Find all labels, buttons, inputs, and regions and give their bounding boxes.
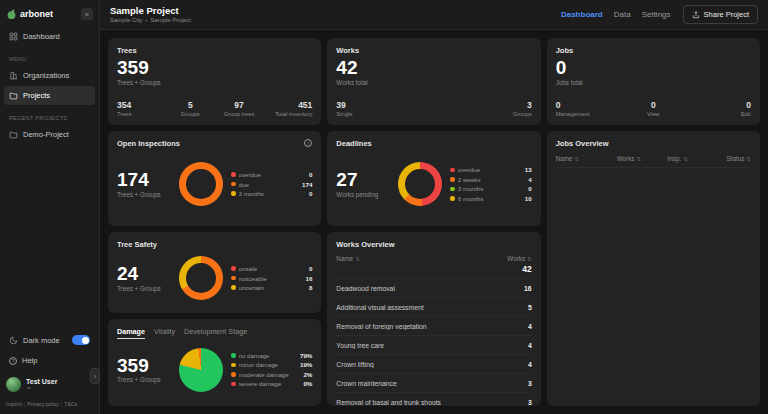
trees-caption: Trees + Groups xyxy=(117,79,312,86)
dashboard-grid-icon xyxy=(9,32,18,41)
logo-row: arbonet « xyxy=(0,0,99,26)
jobs-overview-name-header[interactable]: Name ⇅ xyxy=(556,155,605,162)
menu-section-label: MENU xyxy=(0,47,99,65)
sort-icon: ⇅ xyxy=(683,156,688,162)
tree-safety-legend: unsafe 0 noticeable 16 uncertain xyxy=(231,265,312,291)
privacy-policy-link[interactable]: Privacy policy xyxy=(27,401,59,407)
tree-safety-donut-chart xyxy=(179,256,223,300)
sidebar-item-label: Projects xyxy=(23,91,50,100)
deadlines-donut-chart xyxy=(398,162,442,206)
legend-dot xyxy=(231,191,236,196)
sidebar-item-projects[interactable]: Projects xyxy=(4,86,95,105)
main-wrap: Sample Project Sample City › Sample Proj… xyxy=(100,0,768,414)
works-overview-row[interactable]: Additional visual assessment 5 xyxy=(336,297,531,316)
legend-dot xyxy=(450,187,455,192)
sidebar-expand-handle[interactable]: › xyxy=(90,368,100,384)
legend-dot xyxy=(231,285,236,290)
moon-icon xyxy=(9,336,18,345)
trees-stats: 354 Trees 5 Groups 97 Group trees 451 xyxy=(117,95,312,117)
arbonet-logo-icon xyxy=(6,9,17,20)
tab-damage[interactable]: Damage xyxy=(117,327,145,339)
deadlines-card: Deadlines 27 Works pending overdue 13 xyxy=(327,131,540,226)
breadcrumb-city[interactable]: Sample City xyxy=(110,17,142,23)
sort-icon: ⇅ xyxy=(746,156,751,162)
help-label: Help xyxy=(22,356,37,365)
imprint-link[interactable]: Imprint xyxy=(6,401,22,407)
legend-dot xyxy=(231,372,236,377)
deadlines-total: 27 xyxy=(336,170,390,190)
legend-item: unsafe 0 xyxy=(231,265,312,272)
works-overview-card: Works Overview Name ⇅ Works ⇅ 42 xyxy=(327,232,540,406)
dark-mode-row: Dark mode xyxy=(4,330,95,350)
works-overview-row[interactable]: Removal of foreign vegetation 4 xyxy=(336,316,531,335)
terms-link[interactable]: T&Cs xyxy=(64,401,77,407)
works-overview-name-header[interactable]: Name ⇅ xyxy=(336,255,507,262)
open-inspections-donut-chart xyxy=(179,162,223,206)
tab-settings[interactable]: Settings xyxy=(642,10,671,19)
works-overview-row[interactable]: Young tree care 4 xyxy=(336,335,531,354)
jobs-overview-works-header[interactable]: Works ⇅ xyxy=(604,155,653,162)
works-overview-row[interactable]: Crown lifting 4 xyxy=(336,354,531,373)
legend-dot xyxy=(231,172,236,177)
tab-dashboard[interactable]: Dashboard xyxy=(561,10,603,19)
column-middle: Works 42 Works total 39 Single 3 Groups xyxy=(327,38,540,406)
share-project-label: Share Project xyxy=(704,10,749,19)
sidebar-item-help[interactable]: ? Help xyxy=(4,351,95,370)
trees-card: Trees 359 Trees + Groups 354 Trees 5 Gro… xyxy=(108,38,321,125)
breadcrumb-project: Sample Project xyxy=(150,17,191,23)
recent-projects-label: RECENT PROJECTS xyxy=(0,106,99,124)
legend-item: minor damage 19% xyxy=(231,361,312,368)
card-title: Open Inspections xyxy=(117,139,180,148)
sidebar: arbonet « Dashboard MENU Organizations xyxy=(0,0,100,414)
works-overview-works-header[interactable]: Works ⇅ xyxy=(507,255,531,262)
footer-separator: | xyxy=(61,401,62,407)
sidebar-collapse-button[interactable]: « xyxy=(81,8,93,20)
folder-icon xyxy=(9,91,18,100)
tab-data[interactable]: Data xyxy=(614,10,631,19)
jobs-overview-header-row: Name ⇅ Works ⇅ Insp. ⇅ Status xyxy=(556,155,751,168)
tab-vitality[interactable]: Vitality xyxy=(154,327,175,339)
works-overview-row[interactable]: Deadwood removal 16 xyxy=(336,278,531,297)
works-overview-row[interactable]: Crown maintenance 3 xyxy=(336,373,531,392)
sidebar-item-organizations[interactable]: Organizations xyxy=(4,66,95,85)
card-title: Tree Safety xyxy=(117,240,312,249)
legend-item: 2 weeks 4 xyxy=(450,176,531,183)
column-left: Trees 359 Trees + Groups 354 Trees 5 Gro… xyxy=(108,38,321,406)
info-icon[interactable]: i xyxy=(304,139,312,147)
stat-view: 0 View xyxy=(621,100,686,117)
share-project-button[interactable]: Share Project xyxy=(683,5,758,24)
works-overview-row[interactable]: Removal of basal and trunk shoots 3 xyxy=(336,392,531,406)
sidebar-item-demo-project[interactable]: Demo-Project xyxy=(4,125,95,144)
user-menu[interactable]: Test User ⌄ xyxy=(0,371,99,398)
jobs-overview-status-header[interactable]: Status ⇅ xyxy=(702,155,751,162)
tree-safety-total: 24 xyxy=(117,264,171,284)
sidebar-item-dashboard[interactable]: Dashboard xyxy=(4,27,95,46)
damage-legend: no damage 79% minor damage 19% moderate … xyxy=(231,352,312,388)
footer-separator: | xyxy=(24,401,25,407)
legend-item: noticeable 16 xyxy=(231,275,312,282)
tab-development-stage[interactable]: Development Stage xyxy=(184,327,247,339)
trees-total: 359 xyxy=(117,58,312,78)
sort-icon: ⇅ xyxy=(636,156,641,162)
open-inspections-card: Open Inspections i 174 Trees + Groups xyxy=(108,131,321,226)
distribution-tabs: Damage Vitality Development Stage xyxy=(117,327,312,339)
card-title: Deadlines xyxy=(336,139,531,148)
card-title: Jobs xyxy=(556,46,751,55)
sidebar-item-label: Organizations xyxy=(23,71,69,80)
legend-item: moderate damage 2% xyxy=(231,371,312,378)
user-name-block: Test User ⌄ xyxy=(26,378,57,391)
distribution-card: Damage Vitality Development Stage 359 Tr… xyxy=(108,319,321,406)
legend-dot xyxy=(231,182,236,187)
legend-item: 3 months 0 xyxy=(231,190,312,197)
building-icon xyxy=(9,71,18,80)
legend-dot xyxy=(450,196,455,201)
breadcrumb-separator-icon: › xyxy=(145,17,147,23)
dark-mode-toggle[interactable] xyxy=(72,335,90,345)
jobs-overview-insp-header[interactable]: Insp. ⇅ xyxy=(653,155,702,162)
open-inspections-total: 174 xyxy=(117,170,171,190)
deadlines-legend: overdue 13 2 weeks 4 3 months xyxy=(450,166,531,202)
dark-mode-label: Dark mode xyxy=(23,336,60,345)
share-icon xyxy=(692,11,700,19)
legend-item: uncertain 8 xyxy=(231,284,312,291)
sidebar-bottom: Dark mode ? Help Test User ⌄ › Imprint |… xyxy=(0,329,99,414)
